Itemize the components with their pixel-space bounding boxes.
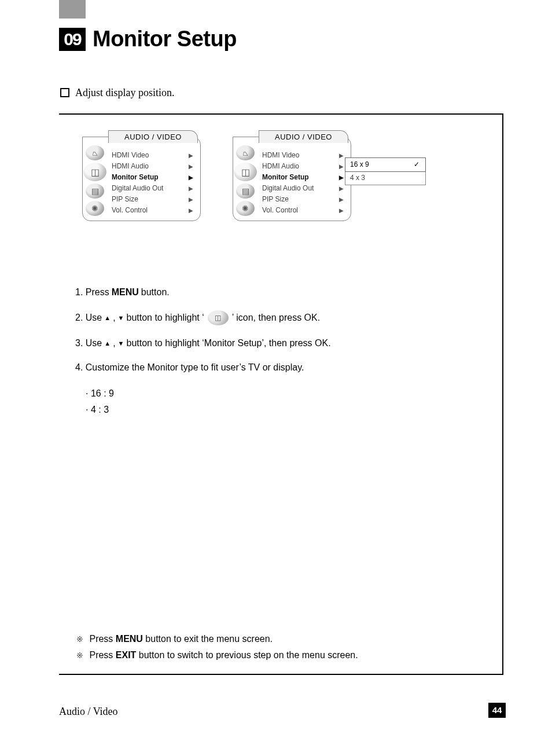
arrow-down-icon: ▼: [118, 311, 124, 324]
osd-item: HDMI Video▶: [262, 150, 351, 161]
header-tab: [59, 0, 86, 19]
osd-screenshot-right: AUDIO / VIDEO ⏢ ◫ ▤ ✺ HDMI Video▶ HDMI A…: [233, 137, 351, 221]
intro-text: Adjust display position.: [75, 86, 175, 99]
arrow-up-icon: ▲: [104, 337, 111, 350]
steps-block: 1. Press MENU button. 2. Use ▲, ▼ button…: [75, 286, 331, 418]
osd-item: HDMI Audio▶: [112, 161, 200, 172]
chevron-right-icon: ▶: [339, 172, 344, 183]
chevron-right-icon: ▶: [189, 150, 193, 161]
chevron-right-icon: ▶: [189, 183, 193, 194]
osd-menu-list: HDMI Video▶ HDMI Audio▶ Monitor Setup▶ D…: [262, 150, 351, 216]
osd-screenshot-left: AUDIO / VIDEO ⏢ ◫ ▤ ✺ HDMI Video▶ HDMI A…: [82, 137, 201, 221]
intro-line: Adjust display position.: [60, 86, 175, 99]
note-line: ※ Press EXIT button to switch to previou…: [76, 647, 358, 663]
notes-block: ※ Press MENU button to exit the menu scr…: [76, 631, 358, 663]
osd-tab-title: AUDIO / VIDEO: [108, 130, 198, 143]
note-line: ※ Press MENU button to exit the menu scr…: [76, 631, 358, 647]
tv-icon: ⏢: [236, 145, 255, 160]
step-4-option: · 16 : 9: [86, 386, 331, 402]
osd-item: HDMI Audio▶: [262, 161, 351, 172]
osd-submenu-item: 4 x 3: [345, 171, 425, 185]
av-icon: ◫: [208, 310, 229, 325]
osd-submenu: 16 x 9 ✓ 4 x 3: [345, 157, 426, 185]
check-icon: ✓: [414, 159, 419, 170]
osd-item: PIP Size▶: [262, 194, 351, 205]
tv-icon: ⏢: [86, 145, 104, 160]
submenu-label: 4 x 3: [350, 173, 365, 184]
av-icon: ◫: [83, 163, 106, 181]
film-icon: ▤: [236, 184, 255, 199]
gear-icon: ✺: [86, 201, 104, 216]
step-4: 4. Customize the Monitor type to fit use…: [75, 361, 331, 374]
page-number: 44: [488, 703, 506, 718]
chevron-right-icon: ▶: [339, 150, 344, 161]
film-icon: ▤: [86, 184, 104, 199]
chevron-right-icon: ▶: [189, 205, 193, 216]
chevron-right-icon: ▶: [339, 194, 344, 205]
submenu-label: 16 x 9: [350, 159, 369, 170]
osd-item: Digital Audio Out▶: [112, 183, 200, 194]
section-title: Monitor Setup: [93, 27, 237, 51]
osd-item: HDMI Video▶: [112, 150, 200, 161]
arrow-up-icon: ▲: [104, 311, 111, 324]
step-1: 1. Press MENU button.: [75, 286, 331, 299]
osd-item: PIP Size▶: [112, 194, 200, 205]
chevron-right-icon: ▶: [339, 205, 344, 216]
square-bullet-icon: [60, 88, 69, 97]
osd-tab-title: AUDIO / VIDEO: [259, 130, 348, 143]
chevron-right-icon: ▶: [339, 161, 344, 172]
gear-icon: ✺: [236, 201, 255, 216]
chevron-right-icon: ▶: [189, 161, 193, 172]
step-4-option: · 4 : 3: [86, 402, 331, 418]
step-2: 2. Use ▲, ▼ button to highlight ‘ ◫ ’ ic…: [75, 310, 331, 325]
reference-mark-icon: ※: [76, 634, 83, 644]
osd-submenu-item-selected: 16 x 9 ✓: [345, 157, 426, 172]
osd-item: Vol. Control▶: [262, 205, 351, 216]
osd-item: Vol. Control▶: [112, 205, 200, 216]
chevron-right-icon: ▶: [189, 194, 193, 205]
chevron-right-icon: ▶: [339, 183, 344, 194]
chevron-right-icon: ▶: [189, 172, 193, 183]
av-icon: ◫: [234, 163, 257, 181]
content-panel: AUDIO / VIDEO ⏢ ◫ ▤ ✺ HDMI Video▶ HDMI A…: [59, 113, 503, 675]
step-3: 3. Use ▲, ▼ button to highlight ‘Monitor…: [75, 337, 331, 350]
osd-item-selected: Monitor Setup▶: [262, 172, 351, 183]
osd-icon-column: ⏢ ◫ ▤ ✺: [232, 145, 259, 216]
section-number: 09: [59, 28, 86, 51]
osd-item-selected: Monitor Setup▶: [112, 172, 200, 183]
footer-category: Audio / Video: [59, 705, 118, 718]
reference-mark-icon: ※: [76, 651, 83, 660]
arrow-down-icon: ▼: [118, 337, 124, 350]
osd-icon-column: ⏢ ◫ ▤ ✺: [82, 145, 108, 216]
osd-menu-list: HDMI Video▶ HDMI Audio▶ Monitor Setup▶ D…: [112, 150, 200, 216]
osd-item: Digital Audio Out▶: [262, 183, 351, 194]
